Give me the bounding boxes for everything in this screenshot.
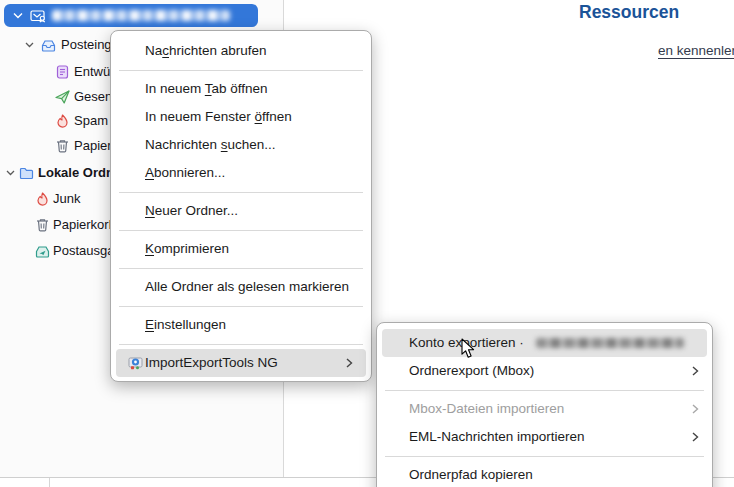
chevron-down-icon[interactable] — [23, 38, 35, 52]
menu-separator — [119, 70, 363, 71]
chevron-down-icon[interactable] — [12, 9, 24, 23]
submenu-arrow-icon — [690, 432, 700, 442]
page-heading: Ressourcen — [579, 2, 679, 23]
submenu-arrow-icon — [690, 366, 700, 376]
redacted-account-name — [52, 10, 230, 21]
outbox-icon — [34, 243, 50, 259]
menu-item-nachrichten-abrufen[interactable]: Nachrichten abrufen — [111, 37, 371, 65]
menu-separator — [119, 192, 363, 193]
flame-icon — [34, 191, 50, 207]
submenu-item-ordnerexport-mbox[interactable]: Ordnerexport (Mbox) — [377, 357, 712, 385]
chevron-down-icon[interactable] — [4, 166, 16, 180]
menu-item-neues-fenster[interactable]: In neuem Fenster öffnen — [111, 103, 371, 131]
menu-separator — [119, 230, 363, 231]
account-row-selected[interactable] — [4, 4, 258, 27]
submenu-item-mbox-importieren: Mbox-Dateien importieren — [377, 395, 712, 423]
menu-item-neuer-tab[interactable]: In neuem Tab öffnen — [111, 75, 371, 103]
trash-icon — [54, 138, 70, 154]
draft-icon — [54, 64, 70, 80]
menu-separator — [385, 456, 704, 457]
submenu-item-konto-exportieren[interactable]: Konto exportieren · — [382, 329, 707, 357]
submenu-arrow-icon — [344, 358, 354, 368]
importexporttools-icon — [128, 355, 144, 371]
menu-item-einstellungen[interactable]: Einstellungen — [111, 311, 371, 339]
menu-item-neuer-ordner[interactable]: Neuer Ordner... — [111, 197, 371, 225]
menu-separator — [119, 344, 363, 345]
menu-separator — [119, 306, 363, 307]
menu-item-abonnieren[interactable]: Abonnieren... — [111, 159, 371, 187]
inbox-icon — [40, 37, 56, 53]
menu-separator — [119, 268, 363, 269]
redacted-account-email — [536, 338, 684, 348]
mouse-cursor — [461, 338, 476, 359]
menu-item-alle-gelesen[interactable]: Alle Ordner als gelesen markieren — [111, 273, 371, 301]
flame-icon — [54, 113, 70, 129]
submenu-item-eml-importieren[interactable]: EML-Nachrichten importieren — [377, 423, 712, 451]
folder-label: Papierkorb — [53, 214, 116, 236]
folder-label: Junk — [53, 188, 80, 210]
account-mail-icon — [30, 8, 46, 24]
trash-icon — [34, 217, 50, 233]
submenu-item-ordnerpfad-kopieren[interactable]: Ordnerpfad kopieren — [377, 461, 712, 487]
importexporttools-submenu: Konto exportieren · Ordnerexport (Mbox) … — [376, 322, 713, 487]
menu-item-nachrichten-suchen[interactable]: Nachrichten suchen... — [111, 131, 371, 159]
folder-label: Spam — [74, 110, 108, 132]
folder-icon — [18, 165, 34, 181]
menu-item-komprimieren[interactable]: Komprimieren — [111, 235, 371, 263]
submenu-arrow-icon — [690, 404, 700, 414]
menu-separator — [385, 390, 704, 391]
link-kennenlernen[interactable]: en kennenlernen — [658, 40, 734, 60]
menu-item-importexporttools-ng[interactable]: ImportExportTools NG — [116, 349, 366, 377]
account-context-menu: Nachrichten abrufen In neuem Tab öffnen … — [110, 30, 372, 382]
sent-icon — [54, 89, 70, 105]
bottom-tick-divider — [49, 478, 50, 487]
